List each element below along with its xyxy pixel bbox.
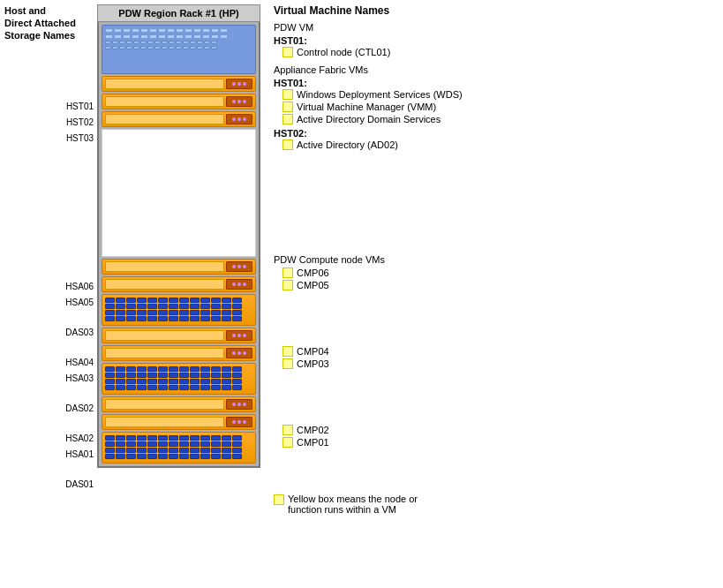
dot <box>167 34 175 39</box>
dot <box>105 28 113 33</box>
dot-sm <box>133 41 139 44</box>
drive <box>116 448 125 453</box>
fabric-host2-label: HST02: <box>274 128 719 139</box>
hsa05-label: HSA05 <box>65 297 94 308</box>
dot <box>176 34 184 39</box>
hst-badge <box>226 79 252 89</box>
drive <box>179 385 189 390</box>
drive <box>105 385 115 390</box>
vm-label-cmp06: CMP06 <box>297 268 329 278</box>
drive <box>179 310 189 315</box>
drive <box>232 435 242 441</box>
drive <box>232 316 242 321</box>
badge-dot <box>232 117 236 121</box>
vm-legend-box <box>282 102 293 112</box>
fabric-host1-label: HST01: <box>274 78 719 88</box>
vm-label-cmp05: CMP05 <box>297 280 329 290</box>
hst01-label: HST01 <box>66 101 94 112</box>
drive <box>137 316 147 321</box>
hsa04-server <box>102 328 256 343</box>
drive <box>232 366 242 372</box>
vm-legend-box <box>282 114 293 124</box>
vm-legend-box <box>282 280 293 290</box>
drive <box>137 373 147 378</box>
drive <box>126 304 136 309</box>
drive <box>169 304 178 309</box>
drive <box>190 379 200 384</box>
drive <box>190 441 200 447</box>
hst-bar <box>105 279 224 290</box>
drive <box>126 366 136 372</box>
drive <box>116 373 125 378</box>
dot-sm <box>183 41 189 44</box>
hsa06-server <box>102 259 256 275</box>
das02-label: DAS02 <box>65 403 94 414</box>
drive <box>232 304 242 309</box>
das02-label-wrap: DAS02 <box>65 386 94 430</box>
pdw-compute-section: PDW Compute node VMs CMP06 CMP05 <box>274 254 719 290</box>
drive <box>137 385 147 390</box>
badge-dot <box>243 420 246 424</box>
drive <box>211 373 221 378</box>
dot <box>167 28 175 33</box>
dot-sm <box>190 41 196 44</box>
vm-legend-box <box>282 139 293 150</box>
dot <box>220 34 228 39</box>
drive <box>200 448 210 453</box>
badge-dot <box>243 283 246 286</box>
vm-item-cmp01: CMP01 <box>282 437 719 448</box>
drive <box>232 385 242 390</box>
drive <box>137 379 147 384</box>
drive-row <box>105 435 252 441</box>
pdw-compute-title: PDW Compute node VMs <box>274 254 719 265</box>
drive-row <box>105 448 252 453</box>
drive <box>222 316 231 321</box>
dot <box>149 34 157 39</box>
drive <box>116 366 125 372</box>
vm-item-ctl01: Control node (CTL01) <box>282 47 719 57</box>
dot-sm <box>119 41 125 44</box>
drive <box>126 435 136 441</box>
hst03-label-wrap: HST03 <box>66 130 94 146</box>
hsa03-label: HSA03 <box>65 373 94 384</box>
dot-row-4 <box>105 46 252 49</box>
dot <box>123 28 131 33</box>
dot <box>211 28 219 33</box>
dot <box>132 28 139 33</box>
drive <box>169 448 178 453</box>
badge-dot <box>232 283 236 286</box>
drive <box>200 441 210 447</box>
drive <box>116 316 125 321</box>
hst-bar <box>105 79 224 89</box>
drive <box>169 310 178 315</box>
drive <box>222 385 231 390</box>
dot-sm <box>169 46 175 49</box>
hst-bar <box>105 399 224 410</box>
drive <box>147 366 157 372</box>
drive <box>190 310 200 315</box>
das03-storage <box>102 294 256 326</box>
badge-dot <box>243 403 246 406</box>
das01-storage <box>102 432 256 464</box>
vm-legend-box <box>282 268 293 278</box>
vm-item-cmp05: CMP05 <box>282 280 719 290</box>
drive <box>147 385 157 390</box>
dot-sm <box>162 41 168 44</box>
drive <box>126 373 136 378</box>
blue-server-array <box>102 25 256 74</box>
left-header: Host and Direct Attached Storage Names <box>4 4 97 41</box>
drive <box>158 448 168 453</box>
vm-legend-box <box>282 358 293 369</box>
dot-sm <box>140 41 147 44</box>
hsa04-label-wrap: HSA04 <box>65 354 94 370</box>
drive <box>116 310 125 315</box>
hsa02-server <box>102 396 256 412</box>
dot <box>176 28 184 33</box>
dot <box>105 34 113 39</box>
drive <box>147 448 157 453</box>
drive <box>158 379 168 384</box>
drive <box>158 366 168 372</box>
badge-dot <box>232 265 236 268</box>
drive <box>116 454 125 459</box>
drive <box>137 366 147 372</box>
